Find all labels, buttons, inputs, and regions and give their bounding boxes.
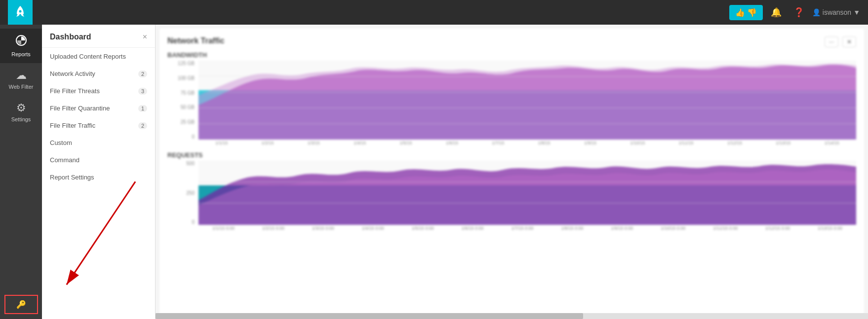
nav-item-1[interactable]: Network Activity 2 [42, 65, 155, 82]
nav-item-label-3: File Filter Quarantine [50, 105, 110, 112]
nav-item-label-6: Command [50, 156, 79, 164]
chart-options-button[interactable]: ··· [825, 36, 838, 47]
chart-title: Network Traffic [167, 36, 225, 45]
rocket-icon [13, 5, 28, 20]
key-button[interactable]: 🔑 [4, 295, 38, 314]
nav-item-label-4: File Filter Traffic [50, 122, 95, 129]
nav-item-label-2: File Filter Threats [50, 87, 100, 95]
bell-icon: 🔔 [771, 7, 782, 17]
sidebar-item-reports[interactable]: Reports [0, 29, 42, 63]
requests-chart [198, 161, 856, 225]
nav-item-badge-4: 2 [138, 122, 147, 129]
sidebar-webfilter-label: Web Filter [9, 84, 34, 90]
bandwidth-section: BANDWIDTH 125 GB 100 GB 75 GB 50 GB 25 G… [167, 51, 856, 140]
y-label-1: 100 GB [167, 75, 195, 81]
nav-panel-header: Dashboard × [42, 25, 155, 48]
nav-item-7[interactable]: Report Settings [42, 169, 155, 186]
feedback-button[interactable]: 👍 👎 [729, 5, 763, 20]
nav-panel-close-button[interactable]: × [143, 33, 147, 41]
top-header: 👍 👎 🔔 ❓ 👤 iswanson ▼ [0, 0, 868, 25]
sidebar-reports-label: Reports [11, 51, 31, 57]
bandwidth-title: BANDWIDTH [167, 51, 856, 59]
reports-icon [15, 35, 27, 49]
sidebar: Reports ☁ Web Filter ⚙ Settings 🔑 [0, 25, 42, 319]
y-label-4: 25 GB [167, 119, 195, 125]
header-right: 👍 👎 🔔 ❓ 👤 iswanson ▼ [729, 4, 860, 21]
content-area: Network Traffic ··· ✕ BANDWIDTH 125 GB 1… [156, 25, 868, 319]
webfilter-icon: ☁ [16, 69, 27, 82]
y-label-2: 75 GB [167, 90, 195, 96]
requests-section: REQUESTS 500 250 0 [167, 151, 856, 225]
requests-title: REQUESTS [167, 151, 856, 159]
sidebar-item-settings[interactable]: ⚙ Settings [0, 96, 42, 128]
nav-item-label-5: Custom [50, 139, 72, 146]
chart-container: Network Traffic ··· ✕ BANDWIDTH 125 GB 1… [159, 29, 864, 315]
nav-panel: Dashboard × Uploaded Content Reports Net… [42, 25, 156, 319]
sidebar-settings-label: Settings [11, 116, 31, 122]
nav-item-5[interactable]: Custom [42, 134, 155, 151]
req-y-label-2: 0 [167, 219, 195, 225]
horizontal-scrollbar[interactable] [156, 313, 868, 319]
nav-item-2[interactable]: File Filter Threats 3 [42, 82, 155, 100]
username-label: iswanson [823, 8, 851, 16]
main-layout: Reports ☁ Web Filter ⚙ Settings 🔑 Dashbo… [0, 25, 868, 319]
nav-item-4[interactable]: File Filter Traffic 2 [42, 117, 155, 134]
x-axis-bandwidth: 1/1/151/2/151/3/151/4/151/5/151/6/151/7/… [167, 141, 856, 145]
y-label-3: 50 GB [167, 105, 195, 110]
thumbs-down-icon: 👎 [747, 8, 757, 17]
thumbs-up-icon: 👍 [735, 8, 745, 17]
y-label-0: 125 GB [167, 61, 195, 66]
sidebar-item-webfilter[interactable]: ☁ Web Filter [0, 63, 42, 96]
settings-icon: ⚙ [16, 102, 26, 114]
nav-item-0[interactable]: Uploaded Content Reports [42, 48, 155, 65]
notifications-button[interactable]: 🔔 [767, 4, 786, 21]
nav-item-badge-1: 2 [138, 71, 147, 77]
x-axis-requests: 1/1/15 0:001/2/15 0:001/3/15 0:001/4/15 … [167, 226, 856, 231]
y-label-5: 0 [167, 134, 195, 140]
key-icon: 🔑 [16, 300, 26, 309]
nav-item-label-7: Report Settings [50, 174, 94, 181]
nav-item-badge-2: 3 [138, 88, 147, 95]
nav-panel-title: Dashboard [50, 33, 91, 41]
nav-item-6[interactable]: Command [42, 151, 155, 169]
svg-line-3 [67, 181, 135, 284]
nav-item-label-0: Uploaded Content Reports [50, 53, 126, 60]
req-y-label-0: 500 [167, 161, 195, 166]
help-icon: ❓ [793, 7, 804, 17]
bandwidth-chart [198, 61, 856, 140]
req-y-label-1: 250 [167, 190, 195, 196]
help-button[interactable]: ❓ [789, 4, 808, 21]
user-icon: 👤 [812, 8, 821, 16]
dropdown-icon: ▼ [853, 8, 860, 16]
nav-item-badge-3: 1 [138, 105, 147, 112]
nav-item-label-1: Network Activity [50, 70, 95, 77]
svg-point-0 [19, 10, 22, 13]
scrollbar-thumb[interactable] [156, 313, 583, 319]
app-logo [8, 0, 33, 25]
user-menu-button[interactable]: 👤 iswanson ▼ [812, 8, 860, 16]
nav-item-3[interactable]: File Filter Quarantine 1 [42, 100, 155, 117]
chart-close-button[interactable]: ✕ [842, 36, 856, 47]
